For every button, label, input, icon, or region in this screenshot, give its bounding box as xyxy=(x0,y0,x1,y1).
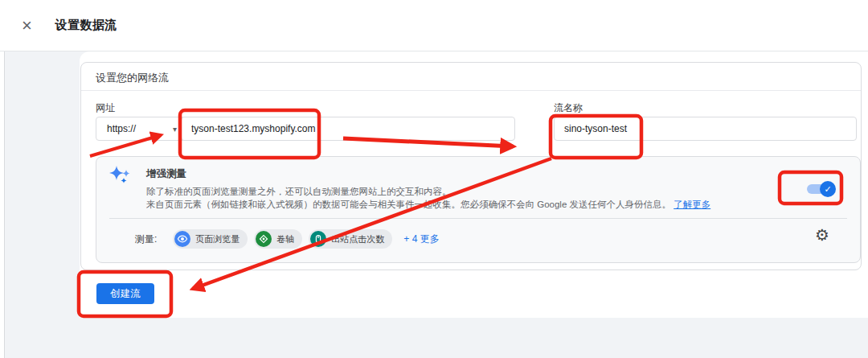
badge-outbound-clicks[interactable]: 出站点击次数 xyxy=(309,229,392,249)
card-title: 设置您的网络流 xyxy=(96,71,169,85)
chevron-down-icon: ▾ xyxy=(173,125,177,134)
badge-pageviews[interactable]: 页面浏览量 xyxy=(173,229,248,249)
left-edge-strip xyxy=(0,51,5,358)
stream-name-input[interactable] xyxy=(554,117,857,141)
create-stream-button[interactable]: 创建流 xyxy=(96,283,154,304)
card-divider xyxy=(81,90,861,91)
learn-more-link[interactable]: 了解更多 xyxy=(674,200,710,209)
scroll-icon xyxy=(256,231,272,247)
enhanced-measurement-desc-2: 来自页面元素（例如链接和嵌入式视频）的数据可能会与相关事件一起收集。您必须确保不… xyxy=(146,199,710,211)
mouse-icon xyxy=(310,231,326,247)
badge-label: 出站点击次数 xyxy=(331,233,384,245)
enhanced-measurement-desc-1: 除了标准的页面浏览量测量之外，还可以自动测量您网站上的交互和内容。 xyxy=(146,186,452,198)
measure-label: 测量: xyxy=(135,232,157,246)
enhanced-measurement-toggle[interactable]: ✓ xyxy=(807,181,844,197)
badge-label: 页面浏览量 xyxy=(195,233,240,245)
badge-scrolls[interactable]: 卷轴 xyxy=(254,229,302,249)
protocol-value: https:// xyxy=(107,123,136,134)
badge-label: 卷轴 xyxy=(276,233,294,245)
url-label: 网址 xyxy=(96,101,115,115)
enhanced-box-divider xyxy=(109,218,847,219)
gear-icon[interactable]: ⚙ xyxy=(815,227,829,243)
enhanced-measurement-title: 增强测量 xyxy=(146,167,186,181)
stream-name-label: 流名称 xyxy=(554,101,583,115)
sparkle-icon xyxy=(108,163,133,187)
dialog-header: × 设置数据流 xyxy=(0,0,868,51)
web-stream-card: 设置您的网络流 网址 https:// ▾ 流名称 增强测量 除了标准的页面浏览… xyxy=(80,62,862,270)
enhanced-measurement-box: 增强测量 除了标准的页面浏览量测量之外，还可以自动测量您网站上的交互和内容。 来… xyxy=(96,156,861,263)
more-measurements-link[interactable]: + 4 更多 xyxy=(403,232,439,246)
toggle-thumb-check-icon: ✓ xyxy=(820,181,836,197)
eye-icon xyxy=(174,231,190,247)
url-input[interactable] xyxy=(181,117,515,141)
protocol-select[interactable]: https:// ▾ xyxy=(96,117,186,141)
close-icon[interactable]: × xyxy=(22,17,32,35)
measurement-row: 测量: 页面浏览量 卷轴 xyxy=(135,229,440,249)
dialog-title: 设置数据流 xyxy=(55,18,117,33)
